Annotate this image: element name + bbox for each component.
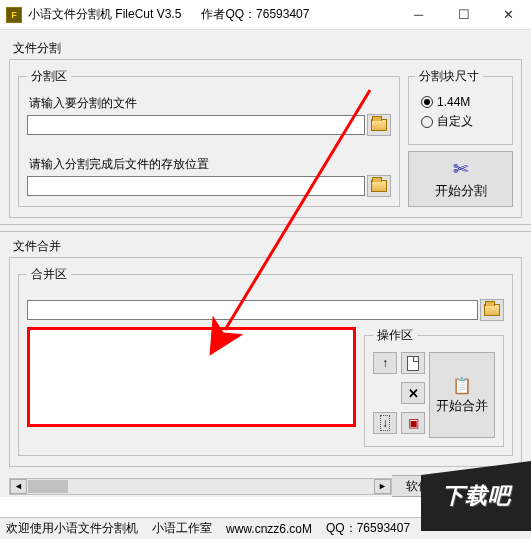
bottom-bar: ◄ ► 软件注册 关于	[9, 475, 522, 497]
move-up-button[interactable]: ↑	[373, 352, 397, 374]
split-size-legend: 分割块尺寸	[415, 68, 483, 85]
start-merge-button[interactable]: 📋 开始合并	[429, 352, 495, 438]
remove-button[interactable]: ✕	[401, 382, 425, 404]
radio-144m-label: 1.44M	[437, 95, 470, 109]
arrow-down-icon: ↓	[380, 415, 390, 431]
status-welcome: 欢迎使用小语文件分割机	[6, 520, 138, 537]
merge-op-fieldset: 操作区 ↑ 📋 开始合并 ✕ ↓ ▣	[364, 327, 504, 447]
merge-file-list[interactable]	[27, 327, 356, 427]
folder-open-icon	[371, 180, 387, 192]
clipboard-icon: 📋	[452, 376, 472, 395]
select-button[interactable]: ▣	[401, 412, 425, 434]
scroll-right-button[interactable]: ►	[374, 479, 391, 494]
radio-custom[interactable]: 自定义	[421, 113, 506, 130]
select-icon: ▣	[408, 416, 419, 430]
move-down-button[interactable]: ↓	[373, 412, 397, 434]
start-split-label: 开始分割	[435, 182, 487, 200]
register-button[interactable]: 软件注册	[392, 475, 469, 497]
titlebar: F 小语文件分割机 FileCut V3.5 作者QQ：76593407 ─ ☐…	[0, 0, 531, 30]
scroll-left-button[interactable]: ◄	[10, 479, 27, 494]
section-divider	[0, 224, 531, 232]
merge-op-legend: 操作区	[373, 327, 417, 344]
split-output-browse-button[interactable]	[367, 175, 391, 197]
close-button[interactable]: ✕	[486, 0, 531, 29]
split-section-label: 文件分割	[13, 40, 522, 57]
merge-panel: 合并区 操作区 ↑ 📋 开始合并	[9, 257, 522, 467]
window-title: 小语文件分割机 FileCut V3.5	[28, 6, 181, 23]
maximize-button[interactable]: ☐	[441, 0, 486, 29]
about-button[interactable]: 关于	[469, 475, 522, 497]
split-input-file-label: 请输入要分割的文件	[29, 95, 391, 112]
new-file-button[interactable]	[401, 352, 425, 374]
status-url: www.cnzz6.coM	[226, 522, 312, 536]
merge-fieldset: 合并区 操作区 ↑ 📋 开始合并	[18, 266, 513, 456]
start-merge-label: 开始合并	[436, 397, 488, 415]
radio-icon	[421, 96, 433, 108]
split-fieldset-legend: 分割区	[27, 68, 71, 85]
window-controls: ─ ☐ ✕	[396, 0, 531, 29]
status-qq: QQ：76593407	[326, 520, 410, 537]
merge-input-path[interactable]	[27, 300, 478, 320]
split-input-browse-button[interactable]	[367, 114, 391, 136]
split-size-fieldset: 分割块尺寸 1.44M 自定义	[408, 68, 513, 145]
folder-open-icon	[484, 304, 500, 316]
minimize-button[interactable]: ─	[396, 0, 441, 29]
split-fieldset: 分割区 请输入要分割的文件 请输入分割完成后文件的存放位置	[18, 68, 400, 207]
window-author: 作者QQ：76593407	[201, 6, 396, 23]
merge-fieldset-legend: 合并区	[27, 266, 71, 283]
file-icon	[407, 356, 419, 371]
scroll-thumb[interactable]	[28, 480, 68, 493]
merge-browse-button[interactable]	[480, 299, 504, 321]
split-panel: 分割区 请输入要分割的文件 请输入分割完成后文件的存放位置	[9, 59, 522, 218]
radio-custom-label: 自定义	[437, 113, 473, 130]
radio-144m[interactable]: 1.44M	[421, 95, 506, 109]
scissors-icon: ✄	[453, 158, 468, 180]
status-studio: 小语工作室	[152, 520, 212, 537]
radio-icon	[421, 116, 433, 128]
split-input-file[interactable]	[27, 115, 365, 135]
split-output-path-label: 请输入分割完成后文件的存放位置	[29, 156, 391, 173]
split-output-path[interactable]	[27, 176, 365, 196]
x-icon: ✕	[408, 386, 419, 401]
folder-open-icon	[371, 119, 387, 131]
app-icon: F	[6, 7, 22, 23]
start-split-button[interactable]: ✄ 开始分割	[408, 151, 513, 207]
status-bar: 欢迎使用小语文件分割机 小语工作室 www.cnzz6.coM QQ：76593…	[0, 517, 531, 539]
merge-section-label: 文件合并	[13, 238, 522, 255]
horizontal-scrollbar[interactable]: ◄ ►	[9, 478, 392, 495]
arrow-up-icon: ↑	[382, 356, 388, 370]
